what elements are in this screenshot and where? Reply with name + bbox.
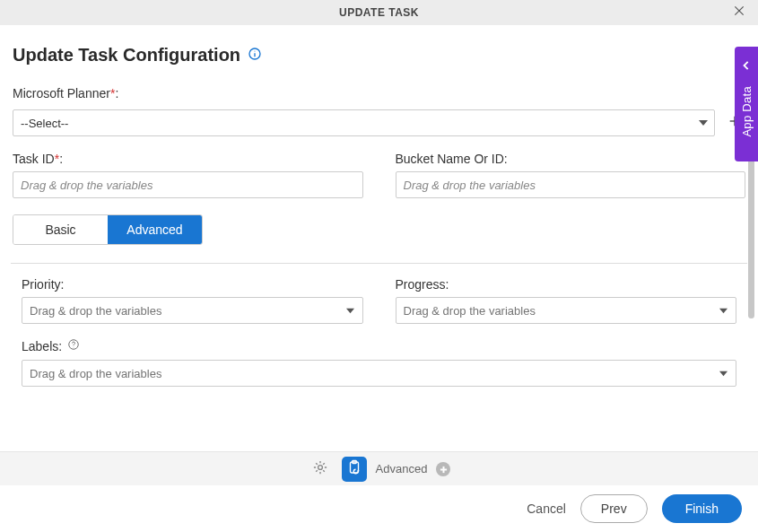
page-title-row: Update Task Configuration xyxy=(13,45,745,65)
finish-button[interactable]: Finish xyxy=(662,494,742,523)
advanced-panel: Priority: Progress: Labels: xyxy=(11,263,747,410)
svg-point-11 xyxy=(74,347,74,348)
planner-select[interactable]: --Select-- xyxy=(13,109,715,136)
taskid-col: Task ID*: xyxy=(13,151,363,198)
app-data-side-label: App Data xyxy=(740,86,754,137)
footer: Advanced Cancel Prev Finish xyxy=(0,451,758,532)
taskid-label: Task ID*: xyxy=(13,152,63,166)
labels-label: Labels: xyxy=(22,339,62,353)
repeating-node-label: Repeating Node : xyxy=(22,402,119,410)
close-button[interactable] xyxy=(733,4,745,21)
planner-field-group: Microsoft Planner*: xyxy=(13,85,745,106)
app-data-side-tab[interactable]: App Data xyxy=(735,47,758,161)
close-icon xyxy=(733,4,745,20)
mode-tab-group: Basic Advanced xyxy=(13,214,203,245)
clipboard-icon xyxy=(346,459,362,479)
svg-point-4 xyxy=(255,50,256,51)
tab-basic[interactable]: Basic xyxy=(13,215,108,244)
labels-label-row: Labels: xyxy=(22,338,736,354)
bucket-input[interactable] xyxy=(396,171,746,198)
chevron-left-icon xyxy=(742,57,751,74)
footer-actions: Cancel Prev Finish xyxy=(0,485,758,532)
info-icon[interactable] xyxy=(248,47,262,65)
footer-add-advanced-button[interactable] xyxy=(436,462,450,476)
priority-col: Priority: xyxy=(22,276,363,324)
planner-select-wrap: --Select-- xyxy=(13,109,715,136)
svg-point-13 xyxy=(318,465,322,469)
help-icon[interactable] xyxy=(67,338,80,354)
footer-advanced-label: Advanced xyxy=(376,462,428,475)
dialog-title: UPDATE TASK xyxy=(339,6,419,19)
taskid-bucket-row: Task ID*: Bucket Name Or ID: xyxy=(13,151,745,198)
footer-toolbar: Advanced xyxy=(0,451,758,485)
content-area: Update Task Configuration Microsoft Plan… xyxy=(0,25,758,410)
priority-progress-row: Priority: Progress: xyxy=(22,276,736,324)
page-title: Update Task Configuration xyxy=(13,45,240,65)
settings-tool-button[interactable] xyxy=(308,457,333,482)
dialog-header: UPDATE TASK xyxy=(0,0,758,25)
progress-col: Progress: xyxy=(396,276,737,324)
labels-combo[interactable] xyxy=(22,360,736,387)
prev-button[interactable]: Prev xyxy=(580,494,648,523)
priority-label: Priority: xyxy=(22,277,64,292)
planner-select-row: --Select-- xyxy=(13,109,745,136)
planner-label: Microsoft Planner*: xyxy=(13,86,118,100)
bucket-label: Bucket Name Or ID: xyxy=(396,152,508,166)
taskid-input[interactable] xyxy=(13,171,363,198)
bucket-col: Bucket Name Or ID: xyxy=(396,151,746,198)
priority-combo[interactable] xyxy=(22,297,363,324)
tab-advanced[interactable]: Advanced xyxy=(108,215,202,244)
progress-combo[interactable] xyxy=(396,297,737,324)
clipboard-tool-button[interactable] xyxy=(342,457,367,482)
plus-icon xyxy=(440,461,448,477)
progress-label: Progress: xyxy=(396,277,449,292)
gear-icon xyxy=(312,459,328,479)
cancel-button[interactable]: Cancel xyxy=(527,501,566,516)
